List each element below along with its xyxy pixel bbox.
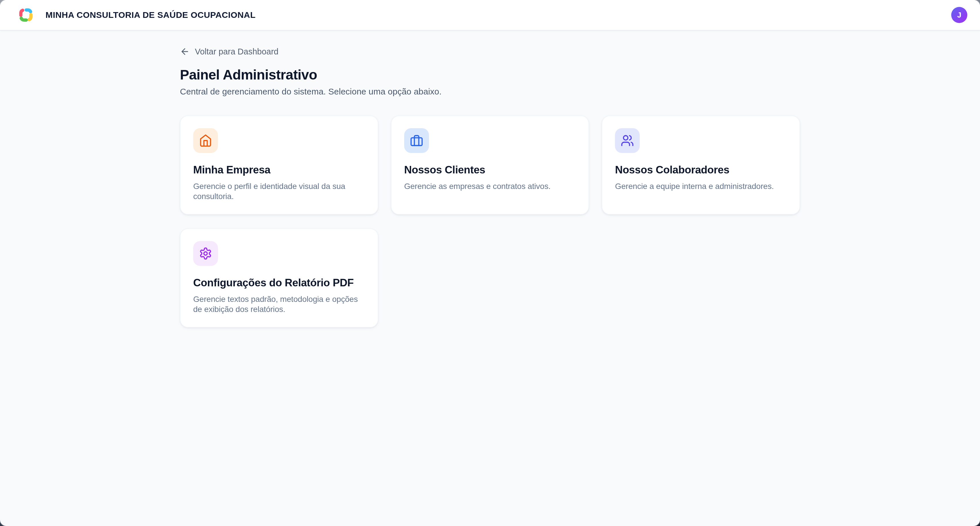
home-icon [199, 134, 212, 147]
page-title: Painel Administrativo [180, 67, 800, 83]
card-title: Configurações do Relatório PDF [193, 277, 365, 289]
settings-icon-tile [193, 241, 218, 266]
app-logo-icon [17, 6, 35, 24]
card-description: Gerencie a equipe interna e administrado… [615, 181, 787, 191]
card-title: Nossos Clientes [404, 164, 576, 176]
card-configuracoes-relatorio-pdf[interactable]: Configurações do Relatório PDF Gerencie … [180, 228, 378, 328]
page-subtitle: Central de gerenciamento do sistema. Sel… [180, 87, 800, 97]
card-title: Nossos Colaboradores [615, 164, 787, 176]
card-nossos-colaboradores[interactable]: Nossos Colaboradores Gerencie a equipe i… [602, 115, 800, 215]
card-description: Gerencie textos padrão, metodologia e op… [193, 294, 365, 314]
arrow-left-icon [180, 47, 190, 56]
avatar-initial: J [957, 11, 961, 19]
back-link-label: Voltar para Dashboard [195, 47, 278, 56]
settings-icon [199, 247, 212, 260]
briefcase-icon-tile [404, 128, 429, 153]
card-description: Gerencie o perfil e identidade visual da… [193, 181, 365, 201]
main-content: Voltar para Dashboard Painel Administrat… [0, 30, 980, 526]
app-header: MINHA CONSULTORIA DE SAÚDE OCUPACIONAL J [0, 0, 980, 30]
card-description: Gerencie as empresas e contratos ativos. [404, 181, 576, 191]
card-nossos-clientes[interactable]: Nossos Clientes Gerencie as empresas e c… [391, 115, 589, 215]
admin-cards-grid: Minha Empresa Gerencie o perfil e identi… [180, 115, 800, 328]
app-window: MINHA CONSULTORIA DE SAÚDE OCUPACIONAL J… [0, 0, 980, 526]
card-title: Minha Empresa [193, 164, 365, 176]
back-link[interactable]: Voltar para Dashboard [180, 47, 278, 56]
user-avatar[interactable]: J [951, 7, 967, 23]
app-title: MINHA CONSULTORIA DE SAÚDE OCUPACIONAL [46, 10, 256, 20]
users-icon [621, 134, 634, 147]
home-icon-tile [193, 128, 218, 153]
brand: MINHA CONSULTORIA DE SAÚDE OCUPACIONAL [17, 6, 256, 24]
users-icon-tile [615, 128, 640, 153]
card-minha-empresa[interactable]: Minha Empresa Gerencie o perfil e identi… [180, 115, 378, 215]
briefcase-icon [410, 134, 423, 147]
